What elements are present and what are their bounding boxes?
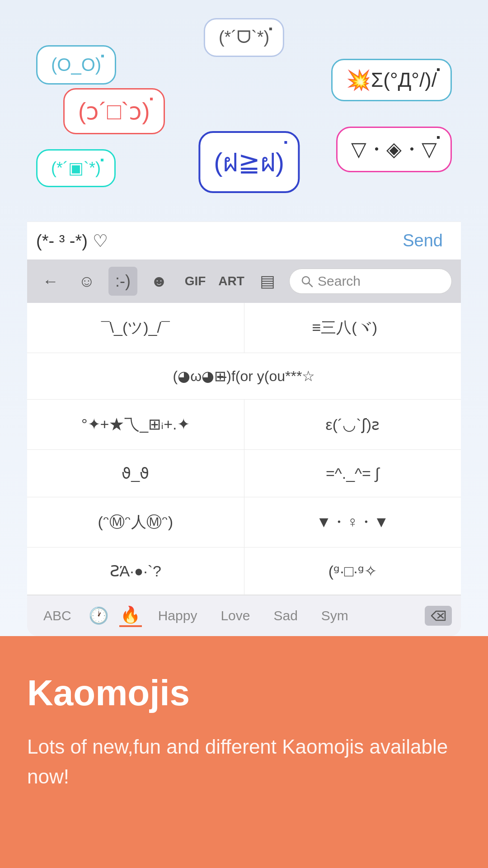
kaomoji-grid: ¯\_(ツ)_/¯ ≡三八(ヾ)ゞ (◕ω◕⊞̶)f(or y(ou***☆ °…: [27, 303, 461, 595]
kaomoji-cell[interactable]: ¯\_(ツ)_/¯: [27, 303, 244, 353]
bubble-top-right[interactable]: 💥Σ(°Д°/)/: [331, 59, 452, 101]
sticker-button[interactable]: ▤: [253, 267, 282, 296]
text-input[interactable]: [36, 226, 394, 255]
bubble-text: (ɔ´□`ɔ): [78, 98, 150, 124]
category-recent[interactable]: 🕐: [88, 604, 110, 627]
bubble-top-left[interactable]: (O_O): [36, 45, 116, 85]
gif-button[interactable]: GIF: [181, 267, 210, 296]
text-input-area: Send: [27, 222, 461, 259]
kaomoji-row-1: ¯\_(ツ)_/¯ ≡三八(ヾ)ゞ: [27, 303, 461, 353]
category-sad[interactable]: Sad: [266, 604, 305, 628]
bubble-text: (*´▣`*): [51, 159, 101, 177]
bottom-title: Kaomojis: [27, 672, 461, 714]
bubble-text: (ฝ≧ฝ): [214, 147, 284, 177]
kaomoji-cell[interactable]: ƧΆ·●·`?: [27, 547, 244, 594]
category-hot[interactable]: 🔥: [119, 604, 142, 627]
category-happy[interactable]: Happy: [151, 604, 205, 628]
svg-line-1: [309, 283, 312, 287]
bubble-mid-left[interactable]: (ɔ´□`ɔ): [63, 88, 165, 134]
kaomoji-row-3: °✦+★乁_⊞ᵢ+.✦ ε(´◡`ʃ)ƨ: [27, 400, 461, 450]
kaomoji-cell-full[interactable]: (◕ω◕⊞̶)f(or y(ou***☆: [27, 353, 461, 399]
kaomoji-button[interactable]: :-): [108, 267, 137, 296]
kaomoji-cell[interactable]: ϑ_ϑ: [27, 450, 244, 497]
kaomoji-cell[interactable]: (ᵔⓂᵔ人Ⓜᵔ): [27, 497, 244, 547]
category-love[interactable]: Love: [213, 604, 257, 628]
bubble-top-center[interactable]: (*´ᗜ`*): [204, 18, 284, 57]
delete-button[interactable]: [425, 606, 452, 626]
kaomoji-cell[interactable]: °✦+★乁_⊞ᵢ+.✦: [27, 400, 244, 449]
category-abc[interactable]: ABC: [36, 604, 79, 628]
bubble-mid-center[interactable]: (ฝ≧ฝ): [198, 131, 300, 193]
kaomoji-cell[interactable]: ▼・♀・▼: [244, 497, 461, 547]
search-pill[interactable]: Search: [289, 269, 452, 294]
bottom-section: Kaomojis Lots of new,fun and different K…: [0, 636, 488, 837]
kaomoji-cell[interactable]: ≡三八(ヾ)ゞ: [244, 303, 461, 353]
art-button[interactable]: ART: [217, 267, 246, 296]
category-sym[interactable]: Sym: [314, 604, 356, 628]
face-button[interactable]: ☻: [145, 267, 174, 296]
kaomoji-cell[interactable]: (ᵍ·□·ᵍ✧: [244, 547, 461, 594]
category-bar: ABC 🕐 🔥 Happy Love Sad Sym: [27, 595, 461, 636]
kaomoji-row-2: (◕ω◕⊞̶)f(or y(ou***☆: [27, 353, 461, 400]
kaomoji-row-4: ϑ_ϑ =^._^= ∫: [27, 450, 461, 497]
bubble-bottom-left[interactable]: (*´▣`*): [36, 149, 116, 187]
bubble-text: (*´ᗜ`*): [219, 28, 269, 47]
emoji-button[interactable]: ☺: [72, 267, 101, 296]
kaomoji-cell[interactable]: =^._^= ∫: [244, 450, 461, 497]
top-section: (*´ᗜ`*) (O_O) 💥Σ(°Д°/)/ (ɔ´□`ɔ) (ฝ≧ฝ) (*…: [0, 0, 488, 636]
delete-icon-svg: [430, 609, 446, 622]
search-icon: [300, 275, 313, 288]
kaomoji-cell[interactable]: ε(´◡`ʃ)ƨ: [244, 401, 461, 448]
kaomoji-row-6: ƧΆ·●·`? (ᵍ·□·ᵍ✧: [27, 547, 461, 595]
bubble-text: ▽・◈・▽: [351, 138, 437, 160]
send-button[interactable]: Send: [394, 226, 452, 255]
keyboard-area: ← ☺ :-) ☻ GIF ART ▤: [27, 259, 461, 636]
bottom-description: Lots of new,fun and different Kaomojis a…: [27, 732, 461, 792]
keyboard-toolbar: ← ☺ :-) ☻ GIF ART ▤: [27, 259, 461, 303]
bubble-text: (O_O): [51, 55, 101, 75]
bubble-area: (*´ᗜ`*) (O_O) 💥Σ(°Д°/)/ (ɔ´□`ɔ) (ฝ≧ฝ) (*…: [27, 18, 461, 222]
back-button[interactable]: ←: [36, 267, 65, 296]
bubble-text: 💥Σ(°Д°/)/: [346, 69, 437, 91]
bubble-bottom-right[interactable]: ▽・◈・▽: [336, 127, 452, 172]
kaomoji-row-5: (ᵔⓂᵔ人Ⓜᵔ) ▼・♀・▼: [27, 497, 461, 547]
